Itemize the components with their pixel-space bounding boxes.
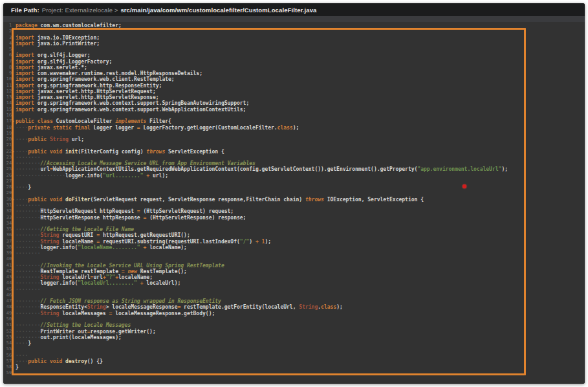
code-line[interactable]: 35········//Getting the Locale File Name	[3, 227, 585, 232]
code-line[interactable]: 23········	[3, 155, 585, 160]
code-line-text: import org.springframework.web.client.Re…	[16, 76, 585, 82]
line-number: 26	[3, 173, 12, 179]
line-number: 20	[3, 137, 12, 142]
line-number: 41	[3, 263, 12, 269]
code-line-text: }	[16, 364, 585, 370]
code-line[interactable]: 5	[3, 47, 585, 52]
code-line-text: ········logger.info("localeUrl........" …	[16, 280, 585, 286]
code-line[interactable]: 11import org.springframework.http.Respon…	[3, 83, 585, 89]
code-line[interactable]: 46	[3, 293, 585, 298]
line-number: 46	[3, 293, 12, 298]
code-line[interactable]: 25········url=WebApplicationContextUtils…	[3, 166, 585, 172]
line-number: 6	[3, 52, 12, 58]
line-number: 7	[3, 59, 12, 65]
line-number: 39	[3, 250, 12, 256]
code-line-text: ········//Accessing Locale Message Servi…	[16, 160, 585, 166]
code-line[interactable]: 50	[3, 316, 585, 322]
code-line[interactable]: 9import com.wavemaker.runtime.rest.model…	[3, 71, 585, 76]
code-line-text	[16, 47, 585, 52]
code-line[interactable]: 55	[3, 346, 585, 352]
code-line-text	[16, 179, 585, 184]
code-line[interactable]: 40	[3, 256, 585, 262]
code-line[interactable]: 10import org.springframework.web.client.…	[3, 76, 585, 82]
code-line-text: ········//Getting the Locale File Name	[16, 227, 585, 232]
code-line[interactable]: 21	[3, 142, 585, 148]
code-line[interactable]: 31········	[3, 203, 585, 208]
line-number: 24	[3, 160, 12, 166]
code-line[interactable]: 59	[3, 370, 585, 376]
line-number: 37	[3, 239, 12, 245]
code-line-text: import org.slf4j.LoggerFactory;	[16, 59, 585, 65]
code-line-text	[16, 293, 585, 298]
code-line[interactable]: 7import org.slf4j.LoggerFactory;	[3, 59, 585, 65]
code-line[interactable]: 16	[3, 113, 585, 118]
code-line[interactable]: 34	[3, 221, 585, 227]
code-line[interactable]: 39········	[3, 250, 585, 256]
code-line[interactable]: 53········out.print(localeMessages);	[3, 335, 585, 340]
line-number: 5	[3, 47, 12, 52]
line-number: 15	[3, 107, 12, 113]
code-line[interactable]: 14import org.springframework.web.context…	[3, 100, 585, 106]
code-line[interactable]: 2	[3, 28, 585, 34]
code-line[interactable]: 12import javax.servlet.http.HttpServletR…	[3, 89, 585, 94]
line-number: 17	[3, 118, 12, 124]
code-line-text: ········PrintWriter out=response.getWrit…	[16, 329, 585, 335]
code-line[interactable]: 6import org.slf4j.Logger;	[3, 52, 585, 58]
code-line[interactable]: 42········RestTemplate restTemplate = ne…	[3, 269, 585, 274]
line-number: 38	[3, 245, 12, 250]
code-line[interactable]: 52········PrintWriter out=response.getWr…	[3, 329, 585, 335]
code-line[interactable]: 48········ResponseEntity<String> localeM…	[3, 304, 585, 310]
code-line-text: ····public String url;	[16, 137, 585, 142]
code-line-text: public class CustomLocaleFilter implemen…	[16, 118, 585, 124]
code-line[interactable]: 33········HttpServletResponse httpRespon…	[3, 215, 585, 221]
code-line[interactable]: 19	[3, 131, 585, 137]
code-line[interactable]: 56····	[3, 353, 585, 359]
code-line[interactable]: 17▾public class CustomLocaleFilter imple…	[3, 118, 585, 124]
line-number: 33	[3, 215, 12, 221]
code-line-text: ········//Invoking the Locale Service UR…	[16, 263, 585, 269]
code-line[interactable]: 27	[3, 179, 585, 184]
code-line[interactable]: 45········	[3, 287, 585, 293]
code-line-text: import org.springframework.web.context.s…	[16, 107, 585, 113]
line-number: 13	[3, 94, 12, 100]
code-line[interactable]: 44········logger.info("localeUrl........…	[3, 280, 585, 286]
code-line[interactable]: 8import javax.servlet.*;	[3, 65, 585, 71]
code-line[interactable]: 51········//Setting the Locale Messages	[3, 322, 585, 328]
line-number: 40	[3, 256, 12, 262]
code-line[interactable]: 1package com.wm.customlocalefilter;	[3, 23, 585, 28]
line-number: 21	[3, 142, 12, 148]
code-line-text	[16, 190, 585, 196]
code-line-text: ········ResponseEntity<String> localeMes…	[16, 304, 585, 310]
breadcrumb-file-path: src/main/java/com/wm/customlocalefilter/…	[120, 6, 316, 14]
code-line[interactable]: 49········String localeMessages = locale…	[3, 311, 585, 316]
line-number: 10	[3, 76, 12, 82]
code-line[interactable]: 38········logger.info("localeName.......…	[3, 245, 585, 250]
code-line[interactable]: 41········//Invoking the Locale Service …	[3, 263, 585, 269]
line-number: 54	[3, 340, 12, 346]
code-line[interactable]: 57····public void destroy() {}	[3, 359, 585, 364]
code-line[interactable]: 28····}	[3, 184, 585, 190]
code-line[interactable]: 24········//Accessing Locale Message Ser…	[3, 160, 585, 166]
code-line[interactable]: 58}	[3, 364, 585, 370]
code-line[interactable]: 32········HttpServletRequest httpRequest…	[3, 208, 585, 214]
code-line[interactable]: 4import java.io.PrintWriter;	[3, 41, 585, 47]
line-number: 47	[3, 298, 12, 304]
code-line-text: ····	[16, 353, 585, 359]
code-line[interactable]: 15import org.springframework.web.context…	[3, 107, 585, 113]
code-line[interactable]: 29	[3, 190, 585, 196]
code-line-text: ········	[16, 155, 585, 160]
line-number: 36	[3, 232, 12, 238]
code-line[interactable]: 26················logger.info("url......…	[3, 173, 585, 179]
code-line-text	[16, 142, 585, 148]
editor-window: File Path: Project: Externalizelocale > …	[3, 3, 585, 384]
code-line[interactable]: 30▾····public void doFilter(ServletReque…	[3, 197, 585, 203]
code-line[interactable]: 22▾····public void init(FilterConfig con…	[3, 149, 585, 155]
code-line[interactable]: 18····private static final Logger logger…	[3, 125, 585, 131]
code-line[interactable]: 36········String requestURI = httpReques…	[3, 232, 585, 238]
code-line[interactable]: 37········String localeName = requestURI…	[3, 239, 585, 245]
code-line[interactable]: 20····public String url;	[3, 137, 585, 142]
code-line[interactable]: 3import java.io.IOException;	[3, 35, 585, 41]
code-line[interactable]: 54····}	[3, 340, 585, 346]
code-editor[interactable]: 1package com.wm.customlocalefilter;23imp…	[3, 22, 585, 384]
line-number: 51	[3, 322, 12, 328]
